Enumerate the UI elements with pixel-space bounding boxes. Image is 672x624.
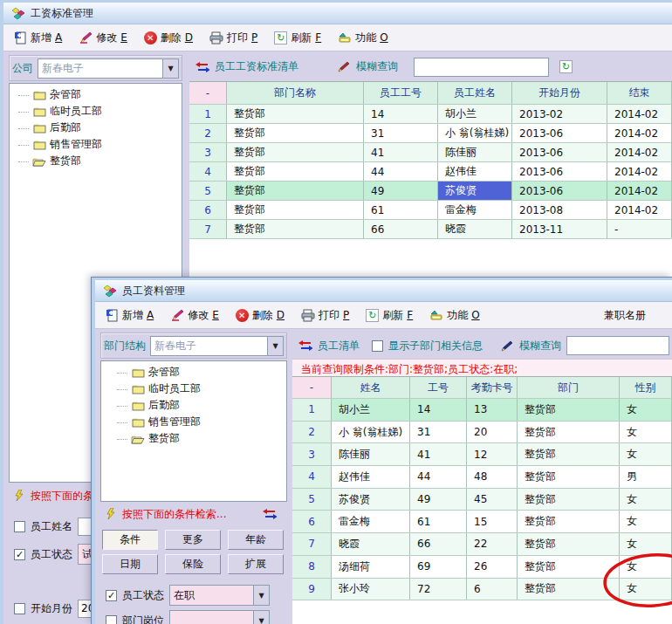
delete-button[interactable]: ✕ 删除D xyxy=(231,305,291,326)
row-number[interactable]: 7 xyxy=(189,220,227,238)
table-row[interactable]: 1 胡小兰 14 13 整货部 女 xyxy=(292,399,672,422)
col-header[interactable]: 员工姓名 xyxy=(438,82,512,104)
tree-item-dept[interactable]: 后勤部 xyxy=(101,397,286,414)
edit-button[interactable]: 修改E xyxy=(74,28,134,48)
table-row[interactable]: 7 晓霞 66 22 整货部 女 xyxy=(292,533,672,556)
table-cell[interactable]: 41 xyxy=(364,143,438,161)
table-cell[interactable]: 整货部 xyxy=(227,182,364,200)
tree-item-dept-open[interactable]: 整货部 xyxy=(101,430,286,447)
table-cell[interactable]: 20 xyxy=(467,422,518,443)
table-cell[interactable]: 15 xyxy=(467,511,518,532)
table-cell[interactable]: 女 xyxy=(620,443,672,465)
table-cell[interactable]: 整货部 xyxy=(227,220,364,238)
table-row[interactable]: 3 陈佳丽 41 12 整货部 女 xyxy=(292,443,672,466)
chevron-down-icon[interactable]: ▼ xyxy=(253,586,269,605)
table-row[interactable]: 9 张小玲 72 6 整货部 女 xyxy=(292,579,672,601)
table-cell[interactable]: 张小玲 xyxy=(332,579,410,600)
row-number[interactable]: 5 xyxy=(189,182,227,200)
delete-button[interactable]: ✕ 删除D xyxy=(140,28,200,48)
table-cell[interactable]: 2013-06 xyxy=(512,124,607,142)
table-cell[interactable]: 整货部 xyxy=(518,579,620,600)
tree-item-dept[interactable]: 临时员工部 xyxy=(101,381,286,397)
table-cell[interactable]: 12 xyxy=(467,443,518,465)
table-cell[interactable]: 66 xyxy=(410,533,467,555)
row-number[interactable]: 2 xyxy=(189,124,227,142)
table-row[interactable]: 4 整货部 44 赵伟佳 2013-06 2014-02 xyxy=(189,162,672,182)
table-row[interactable]: 6 雷金梅 61 15 整货部 女 xyxy=(292,511,672,533)
company-select[interactable]: 新春电子 ▼ xyxy=(150,336,284,356)
table-cell[interactable]: 2013-06 xyxy=(512,182,607,200)
table-cell[interactable]: 女 xyxy=(620,579,672,600)
col-header[interactable]: 姓名 xyxy=(332,377,410,398)
table-cell[interactable]: 14 xyxy=(410,399,467,421)
col-header[interactable]: - xyxy=(189,82,227,104)
table-cell[interactable]: 6 xyxy=(467,579,518,600)
table-cell[interactable]: 整货部 xyxy=(227,143,364,161)
tree-item-dept[interactable]: 销售管理部 xyxy=(101,414,286,430)
tab-more[interactable]: 更多 xyxy=(165,530,221,550)
tab-insurance[interactable]: 保险 xyxy=(165,554,221,574)
row-number[interactable]: 4 xyxy=(292,466,332,488)
table-cell[interactable]: 女 xyxy=(620,399,672,421)
status-select[interactable]: 在职 ▼ xyxy=(169,585,270,606)
table-cell[interactable]: - xyxy=(607,220,672,238)
refresh-small-icon[interactable]: ↻ xyxy=(559,60,573,73)
table-cell[interactable]: 整货部 xyxy=(518,511,620,532)
table-cell[interactable]: 45 xyxy=(467,489,518,511)
table-cell[interactable]: 49 xyxy=(364,182,438,200)
tab-extend[interactable]: 扩展 xyxy=(228,554,284,574)
show-subdept-checkbox[interactable] xyxy=(372,340,383,352)
table-cell[interactable]: 2014-02 xyxy=(607,201,672,219)
col-header[interactable]: 性别 xyxy=(620,377,672,398)
table-cell[interactable]: 2014-02 xyxy=(607,182,672,200)
table-cell[interactable]: 赵伟佳 xyxy=(332,466,410,488)
table-cell[interactable]: 2013-06 xyxy=(512,143,607,161)
new-button[interactable]: 新增A xyxy=(9,28,69,48)
bg-titlebar[interactable]: 工资标准管理 xyxy=(3,3,672,24)
table-cell[interactable]: 男 xyxy=(620,466,672,488)
table-cell[interactable]: 女 xyxy=(620,422,672,443)
table-cell[interactable]: 26 xyxy=(467,556,518,578)
table-cell[interactable]: 整货部 xyxy=(518,422,620,443)
table-cell[interactable]: 31 xyxy=(364,124,438,142)
table-cell[interactable]: 整货部 xyxy=(518,533,620,555)
tree-item-dept[interactable]: 销售管理部 xyxy=(10,136,182,153)
position-checkbox[interactable] xyxy=(106,615,117,624)
row-number[interactable]: 5 xyxy=(292,489,332,511)
table-cell[interactable]: 小 翁(翁桂娣) xyxy=(438,124,512,142)
row-number[interactable]: 6 xyxy=(292,511,332,532)
table-cell[interactable]: 2013-08 xyxy=(512,201,607,219)
fuzzy-search-input[interactable] xyxy=(566,336,669,355)
status-checkbox[interactable]: ✓ xyxy=(14,549,25,560)
col-header[interactable]: 考勤卡号 xyxy=(467,377,518,398)
tree-item-dept[interactable]: 杂管部 xyxy=(10,86,182,103)
table-cell[interactable]: 雷金梅 xyxy=(438,201,512,219)
table-cell[interactable]: 69 xyxy=(410,556,467,578)
function-button[interactable]: 功能O xyxy=(425,305,486,326)
table-row[interactable]: 1 整货部 14 胡小兰 2013-02 2014-02 xyxy=(189,105,672,124)
swap-arrows-icon[interactable] xyxy=(298,339,312,353)
table-cell[interactable]: 22 xyxy=(467,533,518,555)
table-row[interactable]: 4 赵伟佳 44 48 整货部 男 xyxy=(292,466,672,489)
col-header[interactable]: 工号 xyxy=(410,377,467,398)
table-row[interactable]: 8 汤细荷 69 26 整货部 女 xyxy=(292,556,672,579)
table-cell[interactable]: 44 xyxy=(410,466,467,488)
tab-date[interactable]: 日期 xyxy=(102,554,158,574)
row-number[interactable]: 4 xyxy=(189,162,227,181)
table-cell[interactable]: 61 xyxy=(410,511,467,532)
function-button[interactable]: 功能O xyxy=(333,28,394,48)
table-row[interactable]: 6 整货部 61 雷金梅 2013-08 2014-02 xyxy=(189,201,672,220)
table-row[interactable]: 7 整货部 66 晓霞 2013-11 - xyxy=(189,220,672,239)
table-row[interactable]: 5 苏俊贤 49 45 整货部 女 xyxy=(292,489,672,511)
table-cell[interactable]: 胡小兰 xyxy=(332,399,410,421)
status-checkbox[interactable]: ✓ xyxy=(106,590,117,601)
table-cell[interactable]: 整货部 xyxy=(518,443,620,465)
table-cell[interactable]: 2014-02 xyxy=(607,143,672,161)
table-cell[interactable]: 整货部 xyxy=(227,124,364,142)
table-cell[interactable]: 2014-02 xyxy=(607,124,672,142)
chevron-down-icon[interactable]: ▼ xyxy=(267,337,283,355)
table-cell[interactable]: 汤细荷 xyxy=(332,556,410,578)
table-row[interactable]: 3 整货部 41 陈佳丽 2013-06 2014-02 xyxy=(189,143,672,162)
col-header[interactable]: 开始月份 xyxy=(512,82,607,104)
table-cell[interactable]: 49 xyxy=(410,489,467,511)
